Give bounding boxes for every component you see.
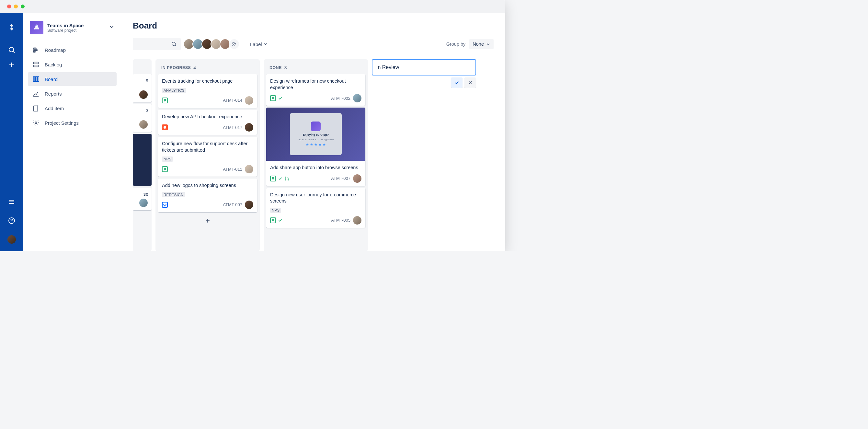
add-person-icon bbox=[231, 41, 237, 47]
story-icon bbox=[270, 217, 276, 223]
profile-avatar[interactable] bbox=[5, 233, 18, 246]
card-tag: ANALYTICS bbox=[162, 88, 186, 93]
done-check-icon bbox=[278, 96, 282, 100]
card-title: Add share app button into browse screens bbox=[270, 164, 362, 171]
card-peek[interactable]: 3 bbox=[133, 104, 152, 132]
svg-point-2 bbox=[36, 25, 37, 26]
done-check-icon bbox=[278, 218, 282, 223]
cancel-new-column-button[interactable] bbox=[464, 78, 476, 88]
story-icon bbox=[162, 97, 168, 103]
menu-icon[interactable] bbox=[5, 195, 18, 208]
add-people-button[interactable] bbox=[229, 38, 240, 50]
card-id: ATMT-017 bbox=[223, 125, 242, 130]
sidebar-item-reports[interactable]: Reports bbox=[28, 87, 117, 100]
assignee-avatar[interactable] bbox=[245, 96, 253, 105]
close-window-button[interactable] bbox=[7, 4, 11, 8]
card[interactable]: Design wireframes for new checkout exper… bbox=[266, 74, 365, 105]
maximize-window-button[interactable] bbox=[21, 4, 25, 8]
card-title: Design wireframes for new checkout exper… bbox=[270, 78, 362, 91]
kanban-board[interactable]: 9 3 se bbox=[133, 59, 494, 251]
card-peek[interactable]: se bbox=[133, 188, 152, 210]
assignee-avatar[interactable] bbox=[245, 201, 253, 209]
help-icon[interactable] bbox=[5, 214, 18, 227]
board-column-done[interactable]: Done 3 Design wireframes for new checkou… bbox=[264, 59, 368, 251]
column-name: In Progress bbox=[161, 65, 191, 70]
svg-point-15 bbox=[285, 177, 286, 178]
sidebar-label: Add item bbox=[45, 105, 64, 111]
done-check-icon bbox=[278, 176, 282, 181]
new-column-name-input[interactable] bbox=[372, 59, 476, 75]
card[interactable]: Develop new API checkout experience ATMT… bbox=[158, 110, 257, 135]
card-title: Events tracking for checkout page bbox=[162, 78, 253, 85]
svg-point-12 bbox=[35, 122, 37, 124]
new-column-form bbox=[372, 59, 476, 251]
svg-point-13 bbox=[172, 42, 176, 46]
project-type: Software project bbox=[47, 28, 84, 33]
global-create-icon[interactable] bbox=[5, 58, 18, 71]
group-by-dropdown[interactable]: None bbox=[469, 39, 494, 49]
sidebar-item-backlog[interactable]: Backlog bbox=[28, 58, 117, 71]
plus-icon bbox=[205, 217, 211, 224]
svg-rect-11 bbox=[34, 106, 38, 112]
project-name: Teams in Space bbox=[47, 23, 84, 28]
card[interactable]: Events tracking for checkout page ANALYT… bbox=[158, 74, 257, 108]
pull-request-icon bbox=[284, 176, 289, 181]
assignee-avatar[interactable] bbox=[353, 94, 362, 102]
confirm-new-column-button[interactable] bbox=[451, 78, 463, 88]
sidebar-item-settings[interactable]: Project Settings bbox=[28, 116, 117, 130]
card[interactable]: Configure new flow for support desk afte… bbox=[158, 137, 257, 177]
project-switcher[interactable]: Teams in Space Software project bbox=[26, 21, 119, 42]
svg-rect-5 bbox=[33, 52, 35, 53]
search-icon bbox=[171, 41, 177, 47]
global-nav bbox=[0, 13, 23, 251]
bug-icon bbox=[162, 124, 168, 130]
card-peek[interactable] bbox=[133, 134, 152, 186]
card[interactable]: Enjoying our App? Tap a star to rate it … bbox=[266, 108, 365, 186]
card-title: Develop new API checkout experience bbox=[162, 114, 253, 120]
add-card-button[interactable] bbox=[158, 214, 257, 227]
main-content: Board Label bbox=[121, 13, 505, 251]
assignee-avatar[interactable] bbox=[353, 216, 362, 224]
card[interactable]: Add new logos to shopping screens REDESI… bbox=[158, 179, 257, 212]
card-tag: REDESIGN bbox=[162, 192, 185, 197]
chevron-down-icon bbox=[109, 24, 115, 31]
sidebar-label: Project Settings bbox=[45, 120, 79, 126]
chevron-down-icon bbox=[486, 42, 490, 46]
card-peek[interactable]: 9 bbox=[133, 74, 152, 102]
window-titlebar bbox=[0, 0, 505, 13]
page-title: Board bbox=[133, 21, 494, 31]
column-count: 4 bbox=[193, 65, 196, 70]
svg-rect-10 bbox=[37, 77, 39, 82]
board-column-in-progress[interactable]: In Progress 4 Events tracking for checko… bbox=[155, 59, 260, 251]
svg-point-14 bbox=[232, 42, 234, 44]
card[interactable]: Design new user journey for e-commerce s… bbox=[266, 188, 365, 228]
svg-point-16 bbox=[285, 179, 286, 180]
check-icon bbox=[454, 80, 459, 85]
project-icon bbox=[30, 21, 43, 34]
assignee-filter[interactable] bbox=[185, 38, 240, 50]
sidebar-item-board[interactable]: Board bbox=[28, 72, 117, 86]
project-sidebar: Teams in Space Software project Roadmap … bbox=[23, 13, 121, 251]
label-filter-dropdown[interactable]: Label bbox=[250, 41, 268, 47]
global-search-icon[interactable] bbox=[5, 43, 18, 56]
sidebar-item-roadmap[interactable]: Roadmap bbox=[28, 43, 117, 57]
story-icon bbox=[270, 176, 276, 181]
story-icon bbox=[162, 166, 168, 172]
svg-rect-6 bbox=[34, 62, 38, 64]
sidebar-label: Board bbox=[45, 76, 58, 82]
card-id: ATMT-005 bbox=[331, 218, 350, 223]
assignee-avatar[interactable] bbox=[353, 174, 362, 183]
board-column-peek[interactable]: 9 3 se bbox=[133, 59, 152, 251]
sidebar-item-add[interactable]: Add item bbox=[28, 101, 117, 115]
column-count: 3 bbox=[284, 65, 287, 70]
assignee-avatar[interactable] bbox=[245, 123, 253, 131]
minimize-window-button[interactable] bbox=[14, 4, 18, 8]
assignee-avatar[interactable] bbox=[245, 165, 253, 173]
card-title: Design new user journey for e-commerce s… bbox=[270, 192, 362, 205]
sidebar-label: Reports bbox=[45, 91, 62, 97]
svg-point-0 bbox=[9, 47, 13, 52]
sidebar-label: Backlog bbox=[45, 62, 62, 67]
jira-logo-icon[interactable] bbox=[5, 21, 18, 34]
board-search-input[interactable] bbox=[133, 38, 181, 50]
svg-rect-3 bbox=[33, 48, 36, 49]
